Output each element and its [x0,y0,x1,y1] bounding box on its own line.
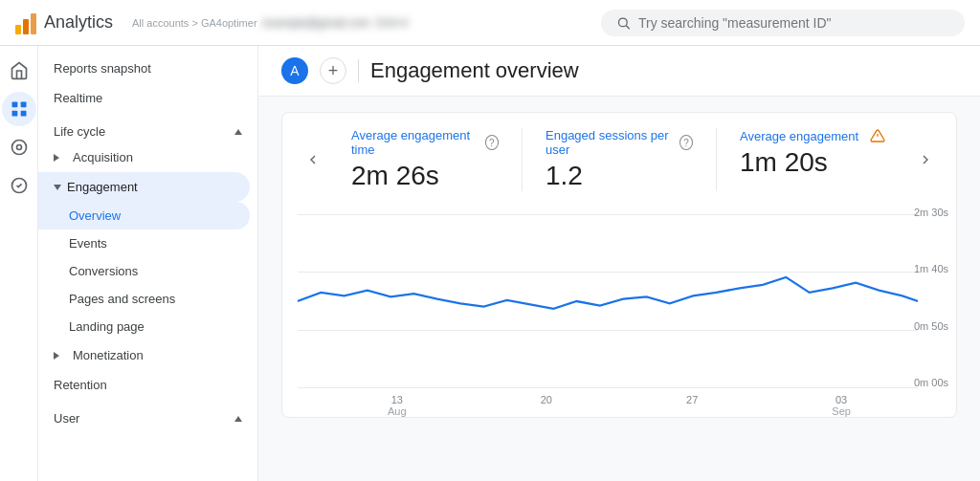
account-id: GA4 ▾ [376,16,408,30]
svg-rect-4 [11,111,17,117]
metrics-card: Average engagement time ? 2m 26s Engaged… [281,112,957,418]
svg-rect-3 [20,102,26,108]
svg-rect-2 [11,102,17,108]
metrics-row: Average engagement time ? 2m 26s Engaged… [282,128,956,207]
sidebar-item-retention[interactable]: Retention [38,370,250,400]
metric-info-icon-1[interactable]: ? [679,135,693,150]
nav-explore[interactable] [2,130,36,164]
sidebar-item-engagement[interactable]: Engagement [38,172,250,202]
line-chart [298,214,918,388]
metric-engagement-time: Average engagement time ? 2m 26s [328,128,523,191]
search-icon [616,15,631,31]
chart-area: 2m 30s 1m 40s 0m 50s 0m 00s [282,207,956,417]
metric-value-1: 1.2 [546,161,693,191]
sidebar-item-monetization[interactable]: Monetization [38,340,250,370]
chart-y-labels: 2m 30s 1m 40s 0m 50s 0m 00s [914,207,948,388]
x-label-27: 27 [686,394,698,417]
sidebar: Reports snapshot Realtime Life cycle Acq… [38,46,258,481]
main-layout: Reports snapshot Realtime Life cycle Acq… [0,46,980,481]
metrics-items: Average engagement time ? 2m 26s Engaged… [328,128,910,191]
search-bar[interactable] [601,10,965,36]
metrics-area: Average engagement time ? 2m 26s Engaged… [258,97,980,433]
chart-x-labels: 13 Aug 20 27 03 Sep [321,394,918,417]
account-email: example@gmail.com [263,16,370,30]
svg-rect-5 [20,111,26,117]
content-area: A + Engagement overview [258,46,980,481]
topbar: Analytics All accounts > GA4optimer exam… [0,0,980,46]
user-collapse-icon[interactable] [234,416,242,422]
add-button[interactable]: + [320,57,346,84]
sidebar-item-reports-snapshot[interactable]: Reports snapshot [38,54,250,83]
logo-icon [15,11,36,34]
monetization-expand-icon [54,352,59,360]
metric-info-icon-0[interactable]: ? [485,135,499,150]
sidebar-sub-item-pages-and-screens[interactable]: Pages and screens [38,285,250,313]
x-label-20: 20 [541,394,552,417]
header-divider [358,59,359,82]
x-label-13: 13 Aug [388,394,407,417]
nav-reports[interactable] [2,92,36,126]
lifecycle-label: Life cycle [54,124,105,139]
svg-point-6 [11,141,26,155]
chart-svg [298,214,918,388]
logo-area: Analytics [15,11,113,34]
sidebar-sub-item-conversions[interactable]: Conversions [38,257,250,285]
sidebar-sub-item-events[interactable]: Events [38,230,250,257]
svg-point-0 [618,18,627,27]
metric-sessions-per-user: Engaged sessions per user ? 1.2 [523,128,717,191]
metric-warning-icon [870,128,885,143]
content-header: A + Engagement overview [258,46,980,97]
sidebar-item-acquisition[interactable]: Acquisition [38,142,250,172]
next-arrow-button[interactable] [910,144,941,175]
page-title: Engagement overview [370,58,579,83]
svg-line-1 [626,25,629,28]
nav-advertising[interactable] [2,168,36,203]
metric-value-2: 1m 20s [740,147,887,178]
svg-point-7 [16,145,21,150]
search-input[interactable] [638,15,949,31]
nav-home[interactable] [2,54,36,88]
lifecycle-collapse-icon[interactable] [234,129,242,135]
sidebar-item-realtime[interactable]: Realtime [38,83,250,113]
engagement-collapse-icon [54,185,61,190]
metric-avg-engagement: Average engagement 1m 20s [717,128,910,191]
avatar: A [281,57,308,84]
app-title: Analytics [44,12,113,33]
account-info: All accounts > GA4optimer example@gmail.… [132,16,408,30]
sidebar-sub-item-overview[interactable]: Overview [38,202,250,230]
engagement-label: Engagement [67,180,138,194]
icon-nav [0,46,38,481]
x-label-03: 03 Sep [832,394,851,417]
account-path: All accounts > GA4optimer [132,17,257,29]
user-label: User [54,411,79,426]
sidebar-sub-item-landing-page[interactable]: Landing page [38,313,250,340]
prev-arrow-button[interactable] [298,144,328,175]
metric-value-0: 2m 26s [351,161,499,191]
acquisition-expand-icon [54,154,59,162]
